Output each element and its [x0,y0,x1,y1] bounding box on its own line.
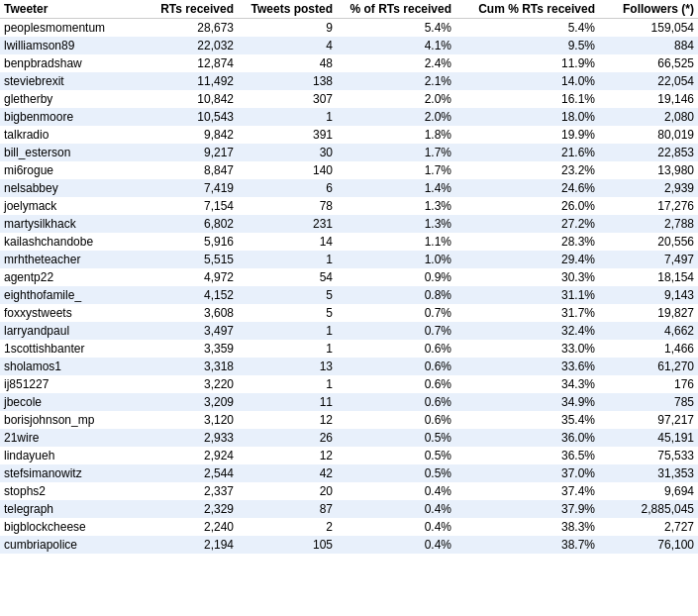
table-row: eighthofamile_4,15250.8%31.1%9,143 [0,286,698,304]
table-cell: 0.4% [337,536,455,554]
table-cell: 34.3% [455,375,599,393]
table-cell: 13,980 [599,161,698,179]
table-cell: 1.0% [337,251,455,268]
table-cell: 10,842 [129,90,238,108]
table-cell: 1.8% [337,126,455,144]
table-cell: 9,694 [599,482,698,500]
table-cell: 22,853 [599,144,698,161]
table-cell: 8,847 [129,161,238,179]
table-cell: 37.9% [455,500,599,518]
col-header-tweets: Tweets posted [238,0,337,19]
table-cell: 7,154 [129,197,238,215]
table-cell: 22,032 [129,37,238,54]
table-cell: larryandpaul [0,322,129,340]
table-cell: 28,673 [129,19,238,38]
table-cell: 76,100 [599,536,698,554]
table-cell: jbecole [0,393,129,411]
table-cell: 48 [238,54,337,72]
table-cell: 20 [238,482,337,500]
table-cell: bigbenmoore [0,108,129,126]
table-cell: 1,466 [599,340,698,358]
table-cell: 6,802 [129,215,238,233]
table-cell: 4 [238,37,337,54]
table-cell: 21wire [0,429,129,447]
table-cell: 0.6% [337,411,455,429]
table-cell: 0.6% [337,393,455,411]
table-cell: 21.6% [455,144,599,161]
table-cell: 3,318 [129,358,238,375]
table-cell: 11,492 [129,72,238,90]
table-cell: 2 [238,518,337,536]
table-row: 1scottishbanter3,35910.6%33.0%1,466 [0,340,698,358]
table-cell: 0.7% [337,322,455,340]
table-cell: 2,933 [129,429,238,447]
table-cell: bill_esterson [0,144,129,161]
table-row: foxxystweets3,60850.7%31.7%19,827 [0,304,698,322]
table-row: joelymack7,154781.3%26.0%17,276 [0,197,698,215]
table-cell: sholamos1 [0,358,129,375]
table-cell: 391 [238,126,337,144]
header-row: Tweeter RTs received Tweets posted % of … [0,0,698,19]
table-cell: 1.3% [337,197,455,215]
table-cell: 11 [238,393,337,411]
table-cell: 0.7% [337,304,455,322]
table-cell: 12,874 [129,54,238,72]
table-cell: 884 [599,37,698,54]
table-cell: cumbriapolice [0,536,129,554]
table-row: bill_esterson9,217301.7%21.6%22,853 [0,144,698,161]
table-cell: 0.5% [337,429,455,447]
table-cell: 30.3% [455,268,599,286]
table-cell: 1.3% [337,215,455,233]
table-cell: 2,080 [599,108,698,126]
table-cell: 1 [238,375,337,393]
table-row: telegraph2,329870.4%37.9%2,885,045 [0,500,698,518]
table-cell: 80,019 [599,126,698,144]
table-cell: 159,054 [599,19,698,38]
table-cell: 140 [238,161,337,179]
table-cell: 3,120 [129,411,238,429]
table-row: kailashchandobe5,916141.1%28.3%20,556 [0,233,698,251]
table-cell: 32.4% [455,322,599,340]
table-cell: lindayueh [0,447,129,464]
col-header-followers: Followers (*) [599,0,698,19]
table-cell: 7,497 [599,251,698,268]
table-cell: foxxystweets [0,304,129,322]
table-cell: 2.0% [337,90,455,108]
table-cell: 23.2% [455,161,599,179]
table-cell: 9,842 [129,126,238,144]
table-row: cumbriapolice2,1941050.4%38.7%76,100 [0,536,698,554]
table-row: bigblockcheese2,24020.4%38.3%2,727 [0,518,698,536]
table-cell: 12 [238,447,337,464]
table-cell: 5 [238,304,337,322]
table-row: borisjohnson_mp3,120120.6%35.4%97,217 [0,411,698,429]
table-cell: 97,217 [599,411,698,429]
table-row: mi6rogue8,8471401.7%23.2%13,980 [0,161,698,179]
table-cell: ij851227 [0,375,129,393]
table-cell: 2,885,045 [599,500,698,518]
table-cell: 19.9% [455,126,599,144]
table-cell: 0.6% [337,340,455,358]
table-cell: 9 [238,19,337,38]
table-cell: 2.0% [337,108,455,126]
table-cell: 5.4% [337,19,455,38]
table-cell: 38.7% [455,536,599,554]
table-cell: 42 [238,464,337,482]
table-cell: 14 [238,233,337,251]
table-cell: peoplesmomentum [0,19,129,38]
table-row: steviebrexit11,4921382.1%14.0%22,054 [0,72,698,90]
table-cell: 2,194 [129,536,238,554]
table-cell: 18,154 [599,268,698,286]
table-cell: 33.0% [455,340,599,358]
table-cell: mi6rogue [0,161,129,179]
table-cell: 3,497 [129,322,238,340]
table-cell: 10,543 [129,108,238,126]
table-cell: 16.1% [455,90,599,108]
table-cell: 13 [238,358,337,375]
table-cell: 19,827 [599,304,698,322]
table-cell: 45,191 [599,429,698,447]
table-cell: 36.5% [455,447,599,464]
table-cell: 1.1% [337,233,455,251]
table-cell: 0.6% [337,358,455,375]
table-cell: 54 [238,268,337,286]
table-cell: telegraph [0,500,129,518]
